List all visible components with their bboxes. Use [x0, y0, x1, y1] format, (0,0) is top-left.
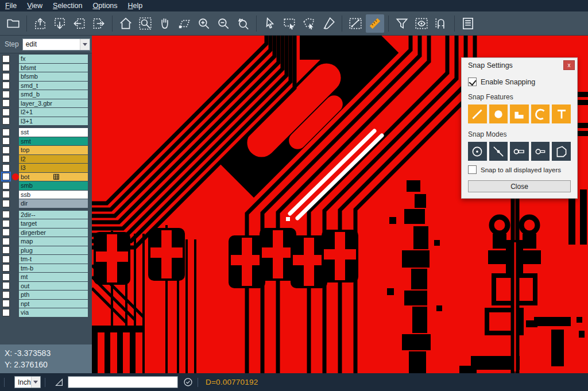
snap-feature-arc-button[interactable] [531, 104, 550, 123]
report-button[interactable] [459, 14, 477, 33]
layer-row-bfsmb[interactable]: bfsmb [0, 72, 92, 81]
snap-mode-center-button[interactable] [468, 142, 487, 161]
layer-row-smd_b[interactable]: smd_b [0, 90, 92, 99]
layer-row-top[interactable]: top [0, 146, 92, 154]
layer-visibility-checkbox[interactable] [2, 246, 10, 254]
layer-visibility-checkbox[interactable] [2, 173, 10, 180]
layer-visibility-checkbox[interactable] [2, 191, 10, 198]
layer-row-target[interactable]: target [0, 219, 92, 228]
brush-button[interactable] [319, 14, 338, 33]
enable-snapping-checkbox[interactable] [468, 78, 477, 86]
snap-mode-slot-start-button[interactable] [510, 142, 529, 161]
menu-file[interactable]: File [0, 0, 22, 11]
snap-mode-corner-button[interactable] [552, 142, 571, 161]
layer-visibility-checkbox[interactable] [2, 220, 10, 227]
layer-row-npt[interactable]: npt [0, 300, 92, 308]
shift-down-button[interactable] [51, 14, 69, 33]
layer-visibility-checkbox[interactable] [2, 264, 10, 272]
enable-snapping-row[interactable]: Enable Snapping [468, 78, 571, 86]
menu-view[interactable]: View [22, 0, 48, 11]
layer-visibility-checkbox[interactable] [2, 164, 10, 172]
refresh-measure-icon[interactable] [183, 377, 194, 388]
layer-visibility-checkbox[interactable] [2, 300, 10, 307]
snap-feature-pad-button[interactable] [489, 104, 508, 123]
measure-line-button[interactable] [346, 14, 365, 33]
layer-row-map[interactable]: map [0, 237, 92, 246]
snap-feature-surface-button[interactable] [510, 104, 529, 123]
layer-row-out[interactable]: out [0, 282, 92, 291]
layer-visibility-checkbox[interactable] [2, 273, 10, 281]
menu-help[interactable]: Help [123, 0, 148, 11]
layer-visibility-checkbox[interactable] [2, 238, 10, 245]
layer-visibility-checkbox[interactable] [2, 117, 10, 125]
layer-visibility-checkbox[interactable] [2, 109, 10, 116]
layer-row-via[interactable]: via [0, 308, 92, 317]
layer-visibility-checkbox[interactable] [2, 309, 10, 316]
layer-visibility-checkbox[interactable] [2, 200, 10, 207]
layer-row-ssb[interactable]: ssb [0, 191, 92, 199]
layer-visibility-checkbox[interactable] [2, 91, 10, 98]
layer-row-smb[interactable]: smb [0, 181, 92, 190]
pan-button[interactable] [156, 14, 174, 33]
zoom-object-button[interactable] [175, 14, 194, 33]
layer-row-dir[interactable]: dir [0, 199, 92, 208]
layer-row-bfsmt[interactable]: bfsmt [0, 64, 92, 72]
shift-up-button[interactable] [31, 14, 49, 33]
layer-visibility-checkbox[interactable] [2, 99, 10, 107]
layer-row-smt[interactable]: smt [0, 137, 92, 146]
zoom-out-button[interactable] [214, 14, 233, 33]
zoom-previous-button[interactable] [234, 14, 252, 33]
layer-row-l2[interactable]: l2 [0, 155, 92, 164]
layer-row-plug[interactable]: plug [0, 246, 92, 255]
layer-row-pth[interactable]: pth [0, 291, 92, 299]
close-button[interactable]: Close [468, 180, 571, 192]
layer-row-bot[interactable]: bot [0, 173, 92, 181]
snap-mode-slot-end-button[interactable] [531, 142, 550, 161]
layer-row-smd_t[interactable]: smd_t [0, 82, 92, 90]
snap-feature-text-button[interactable] [552, 104, 571, 123]
layer-row-tm-b[interactable]: tm-b [0, 264, 92, 273]
layer-visibility-checkbox[interactable] [2, 282, 10, 289]
snap-all-layers-checkbox[interactable] [468, 165, 477, 174]
layer-visibility-checkbox[interactable] [2, 73, 10, 80]
layer-visibility-checkbox[interactable] [2, 255, 10, 263]
layer-visibility-checkbox[interactable] [2, 229, 10, 236]
select-polygon-button[interactable] [300, 14, 318, 33]
angle-measure-icon[interactable] [54, 377, 64, 388]
layer-visibility-checkbox[interactable] [2, 129, 10, 136]
ruler-button[interactable] [366, 14, 384, 33]
zoom-window-button[interactable] [136, 14, 154, 33]
select-button[interactable] [261, 14, 279, 33]
layer-row-2dir--[interactable]: 2dir-- [0, 211, 92, 219]
layer-visibility-checkbox[interactable] [2, 291, 10, 299]
layer-row-dirgerber[interactable]: dirgerber [0, 229, 92, 237]
snap-mode-point-on-line-button[interactable] [489, 142, 508, 161]
layer-row-mt[interactable]: mt [0, 273, 92, 281]
filter-button[interactable] [393, 14, 411, 33]
select-rect-button[interactable] [280, 14, 299, 33]
layer-visibility-checkbox[interactable] [2, 155, 10, 162]
shift-right-button[interactable] [90, 14, 108, 33]
open-button[interactable] [4, 14, 22, 33]
snap-button[interactable] [432, 14, 450, 33]
layer-row-layer_3.gbr[interactable]: layer_3.gbr [0, 99, 92, 108]
view-options-button[interactable] [412, 14, 431, 33]
unit-select[interactable]: Inch [14, 376, 41, 388]
all-layers-row[interactable]: Snap to all displayed layers [468, 165, 571, 174]
layer-visibility-checkbox[interactable] [2, 182, 10, 189]
snap-feature-line-button[interactable] [468, 104, 487, 123]
measure-input[interactable] [68, 376, 178, 388]
layer-row-fx[interactable]: fx [0, 55, 92, 63]
layer-row-l2+1[interactable]: l2+1 [0, 108, 92, 117]
layer-visibility-checkbox[interactable] [2, 211, 10, 218]
layer-grid-icon[interactable] [53, 174, 86, 180]
dialog-close-button[interactable]: x [563, 60, 575, 70]
menu-selection[interactable]: Selection [48, 0, 87, 11]
home-button[interactable] [117, 14, 135, 33]
layer-visibility-checkbox[interactable] [2, 146, 10, 154]
layer-visibility-checkbox[interactable] [2, 82, 10, 89]
layer-row-tm-t[interactable]: tm-t [0, 255, 92, 264]
layer-visibility-checkbox[interactable] [2, 55, 10, 63]
step-select[interactable]: edit [22, 38, 90, 51]
layer-row-l3[interactable]: l3 [0, 164, 92, 172]
